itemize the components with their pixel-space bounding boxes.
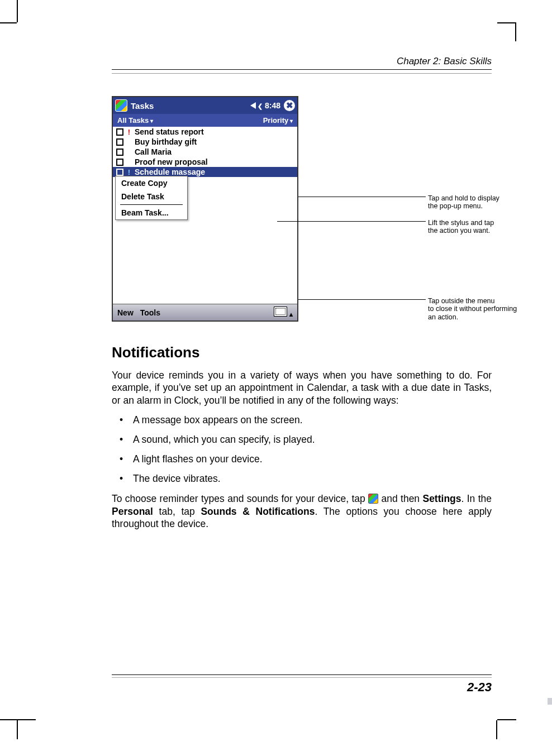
crop-mark [17,0,18,22]
crop-mark [515,22,516,41]
menu-item-create-copy[interactable]: Create Copy [116,176,187,190]
keyboard-icon [274,307,287,317]
callout-line [277,221,426,222]
task-name: Call Maria [135,147,172,156]
task-row[interactable]: . Call Maria [113,147,297,157]
callout-text: Tap outside the menu to close it without… [428,297,545,321]
callout-text: Lift the stylus and tap the action you w… [428,219,545,235]
page-footer: 2-23 [112,674,492,695]
body-paragraph: Your device reminds you in a variety of … [112,369,492,406]
filter-bar: All Tasks Priority [113,114,297,127]
device-screenshot: Tasks 8:48 ✖ All Tasks Priority ! Send s… [112,96,298,322]
page-content: Chapter 2: Basic Skills Tasks 8:48 ✖ All… [112,56,492,538]
running-header: Chapter 2: Basic Skills [112,56,492,70]
priority-icon: ! [127,128,131,136]
callout-text: Tap and hold to display the pop-up menu. [428,194,545,210]
checkbox-icon[interactable] [116,128,123,136]
crop-mark [0,22,17,23]
priority-icon: . [127,158,131,166]
list-empty-area[interactable] [113,220,297,304]
filter-priority[interactable]: Priority [263,116,293,125]
start-icon [368,494,378,504]
crop-mark [496,720,497,739]
cmd-tools[interactable]: Tools [140,308,160,317]
context-menu: Create Copy Delete Task Beam Task... [115,176,188,220]
priority-icon: . [127,138,131,146]
start-icon[interactable] [115,99,127,112]
chevron-up-icon [288,309,293,318]
bullet-list: A message box appears on the screen. A s… [112,414,492,485]
page-number: 2-23 [112,680,492,695]
header-rule [112,73,492,74]
command-bar: New Tools [113,304,297,320]
crop-mark [17,719,36,720]
menu-item-beam-task[interactable]: Beam Task... [116,206,187,219]
task-list: ! Send status report . Buy birthday gift… [113,127,297,304]
filter-all-tasks[interactable]: All Tasks [117,116,153,125]
crop-mark [497,22,516,23]
priority-icon: . [127,148,131,156]
section-heading: Notifications [112,344,492,361]
thumb-tab [548,698,552,705]
task-name: Schedule massage [135,168,205,176]
title-bar: Tasks 8:48 ✖ [113,97,297,114]
clock: 8:48 [265,101,280,110]
app-title: Tasks [131,101,250,111]
checkbox-icon[interactable] [116,159,123,166]
checkbox-icon[interactable] [116,149,123,156]
close-icon[interactable]: ✖ [284,100,295,111]
crop-mark [17,720,18,739]
callout-line [298,197,426,197]
task-name: Proof new proposal [135,157,208,166]
list-item: A light flashes on your device. [112,453,492,465]
figure: Tasks 8:48 ✖ All Tasks Priority ! Send s… [112,96,492,322]
task-row[interactable]: ! Send status report [113,127,297,137]
priority-icon: ! [127,168,131,176]
menu-separator [120,204,183,205]
callout-line [298,299,426,300]
cmd-new[interactable]: New [117,308,134,317]
task-name: Send status report [135,127,204,136]
crop-mark [497,719,516,720]
footer-rule [112,677,492,678]
list-item: A message box appears on the screen. [112,414,492,426]
list-item: The device vibrates. [112,473,492,485]
sip-toggle[interactable] [274,307,293,318]
volume-icon[interactable] [250,101,261,110]
menu-item-delete-task[interactable]: Delete Task [116,190,187,203]
crop-mark [0,719,17,720]
checkbox-icon[interactable] [116,169,123,176]
task-row[interactable]: . Buy birthday gift [113,137,297,147]
task-name: Buy birthday gift [135,137,197,146]
body-paragraph: To choose reminder types and sounds for … [112,492,492,530]
task-row[interactable]: . Proof new proposal [113,157,297,167]
list-item: A sound, which you can specify, is playe… [112,434,492,446]
checkbox-icon[interactable] [116,138,123,146]
